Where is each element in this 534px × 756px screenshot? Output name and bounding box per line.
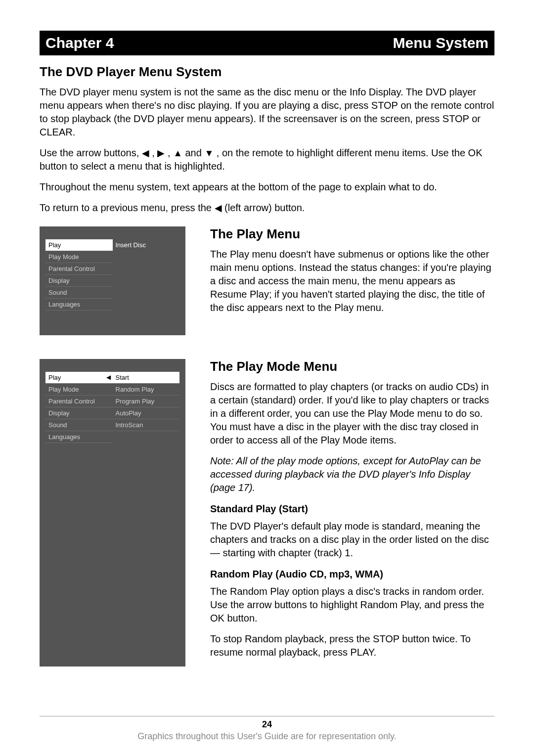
menu-item-play: Play bbox=[45, 239, 113, 251]
section-heading: The DVD Player Menu System bbox=[40, 64, 494, 80]
menu-sub-autoplay: AutoPlay bbox=[113, 407, 180, 419]
menu-item-play: Play ◀ bbox=[45, 372, 113, 384]
menu-sub-random-play: Random Play bbox=[113, 384, 180, 396]
paragraph: To return to a previous menu, press the … bbox=[40, 201, 494, 215]
menu-item-parental-control: Parental Control bbox=[45, 396, 113, 407]
sub-heading: Standard Play (Start) bbox=[210, 503, 494, 515]
menu-item-sound: Sound bbox=[45, 419, 113, 431]
menu-sub-introscan: IntroScan bbox=[113, 419, 180, 431]
menu-item-play-mode: Play Mode bbox=[45, 251, 113, 263]
sub-heading: Random Play (Audio CD, mp3, WMA) bbox=[210, 569, 494, 580]
menu-item-play-mode: Play Mode bbox=[45, 384, 113, 396]
menu-item-languages: Languages bbox=[45, 299, 113, 311]
menu-item-display: Display bbox=[45, 275, 113, 287]
arrow-down-icon: ▼ bbox=[204, 147, 214, 160]
paragraph: The DVD Player's default play mode is st… bbox=[210, 520, 494, 560]
menu-screenshot-play-mode: Play ◀ Play Mode Parental Control Displa… bbox=[40, 359, 185, 667]
arrow-right-icon: ▶ bbox=[157, 147, 165, 160]
note-text: Note: All of the play mode options, exce… bbox=[210, 454, 494, 494]
section-heading: The Play Menu bbox=[210, 226, 494, 242]
paragraph: To stop Random playback, press the STOP … bbox=[210, 632, 494, 659]
paragraph: Discs are formatted to play chapters (or… bbox=[210, 380, 494, 447]
paragraph: The Random Play option plays a disc's tr… bbox=[210, 585, 494, 625]
paragraph: The Play menu doesn't have submenus or o… bbox=[210, 248, 494, 314]
arrow-left-icon: ◀ bbox=[106, 374, 111, 381]
menu-status-insert-disc: Insert Disc bbox=[113, 239, 180, 251]
paragraph: Throughout the menu system, text appears… bbox=[40, 180, 494, 194]
chapter-label: Chapter 4 bbox=[45, 35, 114, 51]
menu-sub-program-play: Program Play bbox=[113, 396, 180, 407]
chapter-title: Menu System bbox=[393, 35, 489, 51]
arrow-left-icon: ◀ bbox=[142, 147, 149, 160]
menu-item-languages: Languages bbox=[45, 431, 113, 443]
menu-item-display: Display bbox=[45, 407, 113, 419]
chapter-header: Chapter 4 Menu System bbox=[40, 31, 494, 55]
paragraph: The DVD player menu system is not the sa… bbox=[40, 86, 494, 139]
menu-item-sound: Sound bbox=[45, 287, 113, 299]
footer-disclaimer: Graphics throughout this User's Guide ar… bbox=[40, 731, 494, 742]
menu-screenshot-play: Play Play Mode Parental Control Display … bbox=[40, 226, 185, 335]
arrow-up-icon: ▲ bbox=[173, 147, 182, 160]
menu-item-parental-control: Parental Control bbox=[45, 263, 113, 275]
page-number: 24 bbox=[40, 719, 494, 730]
paragraph: Use the arrow buttons, ◀ , ▶ , ▲ and ▼ ,… bbox=[40, 146, 494, 173]
menu-sub-start: Start bbox=[113, 372, 180, 384]
footer: 24 Graphics throughout this User's Guide… bbox=[40, 716, 494, 742]
arrow-left-icon: ◀ bbox=[215, 202, 222, 215]
section-heading: The Play Mode Menu bbox=[210, 359, 494, 374]
